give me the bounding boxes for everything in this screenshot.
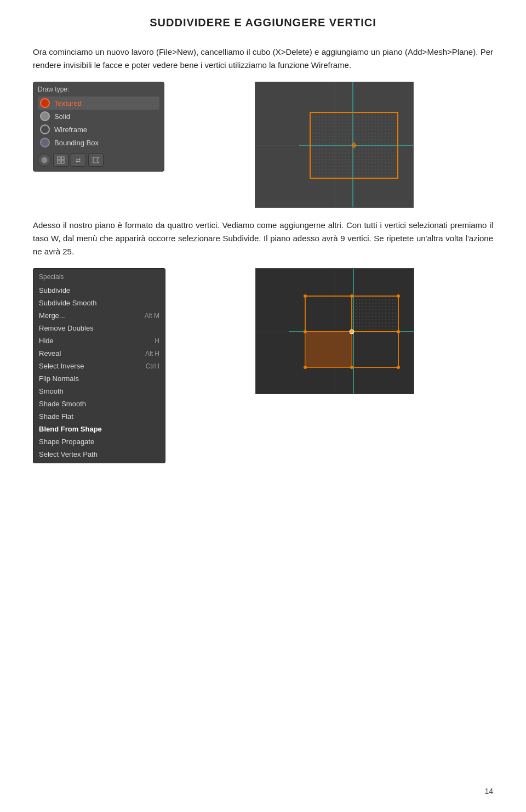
svg-point-35 [304, 366, 307, 369]
menu-item-hide[interactable]: HideH [33, 334, 165, 347]
menu-item-subdivide[interactable]: Subdivide [33, 284, 165, 297]
menu-item-label: Shade Smooth [39, 400, 86, 408]
page: SUDDIVIDERE E AGGIUNGERE VERTICI Ora com… [0, 0, 526, 812]
svg-point-34 [397, 330, 400, 333]
menu-item-shade-flat[interactable]: Shade Flat [33, 410, 165, 423]
menu-item-shortcut: H [155, 337, 159, 345]
menu-item-label: Remove Doubles [39, 324, 94, 332]
draw-type-title: Draw type: [38, 86, 159, 93]
page-number: 14 [484, 787, 493, 796]
viewport-svg-2 [256, 269, 414, 394]
toolbar-btn-flag[interactable] [88, 154, 104, 167]
blender-viewport-1 [255, 82, 414, 208]
specials-menu: Specials SubdivideSubdivide SmoothMerge.… [33, 268, 165, 463]
svg-rect-3 [58, 161, 60, 163]
svg-rect-1 [58, 157, 60, 160]
svg-rect-4 [61, 161, 64, 163]
menu-item-flip-normals[interactable]: Flip Normals [33, 372, 165, 385]
draw-type-bounding[interactable]: Bounding Box [38, 136, 159, 149]
bounding-label: Bounding Box [54, 139, 99, 147]
menu-item-shade-smooth[interactable]: Shade Smooth [33, 398, 165, 410]
svg-point-0 [41, 157, 48, 163]
svg-point-32 [397, 294, 400, 298]
menu-item-label: Shape Propagate [39, 438, 94, 446]
toolbar-btn-grid[interactable] [53, 154, 68, 167]
svg-point-33 [304, 330, 307, 333]
svg-point-36 [350, 366, 353, 369]
svg-point-29 [350, 330, 354, 334]
menu-item-select-vertex-path[interactable]: Select Vertex Path [33, 448, 165, 461]
page-title: SUDDIVIDERE E AGGIUNGERE VERTICI [33, 16, 493, 29]
svg-rect-28 [352, 296, 398, 332]
paragraph-1: Ora cominciamo un nuovo lavoro (File>New… [33, 46, 493, 72]
menu-item-label: Select Inverse [39, 362, 84, 370]
menu-item-shortcut: Alt M [145, 312, 159, 320]
menu-item-label: Merge... [39, 311, 65, 320]
viewport-column-1 [175, 82, 493, 208]
wireframe-label: Wireframe [54, 126, 87, 134]
svg-text:⇄: ⇄ [76, 157, 81, 163]
menu-item-blend-from-shape[interactable]: Blend From Shape [33, 423, 165, 435]
draw-type-column: Draw type: Textured Solid Wireframe [33, 82, 164, 172]
toolbar-btn-arrows[interactable]: ⇄ [71, 154, 86, 167]
menu-item-label: Select Vertex Path [39, 450, 98, 458]
menu-item-label: Smooth [39, 387, 64, 395]
wireframe-icon [40, 124, 50, 134]
viewport-column-2 [176, 268, 493, 394]
menu-item-label: Shade Flat [39, 412, 73, 421]
specials-menu-column: Specials SubdivideSubdivide SmoothMerge.… [33, 268, 165, 463]
menu-item-shape-propagate[interactable]: Shape Propagate [33, 435, 165, 448]
menu-item-label: Reveal [39, 349, 61, 357]
svg-rect-26 [305, 332, 352, 367]
svg-point-31 [350, 294, 353, 298]
viewport-svg-1 [255, 82, 414, 208]
paragraph-2: Adesso il nostro piano è formato da quat… [33, 219, 493, 258]
svg-point-30 [304, 294, 307, 298]
svg-rect-17 [310, 112, 398, 178]
first-section: Draw type: Textured Solid Wireframe [33, 82, 493, 208]
draw-type-textured[interactable]: Textured [38, 96, 159, 110]
menu-items-list: SubdivideSubdivide SmoothMerge...Alt MRe… [33, 284, 165, 461]
menu-item-select-inverse[interactable]: Select InverseCtrl I [33, 360, 165, 372]
menu-item-merge...[interactable]: Merge...Alt M [33, 309, 165, 322]
solid-icon [40, 111, 50, 121]
textured-icon [40, 98, 50, 108]
menu-item-label: Subdivide [39, 286, 70, 294]
textured-label: Textured [54, 99, 82, 107]
specials-title: Specials [33, 271, 165, 284]
menu-item-smooth[interactable]: Smooth [33, 385, 165, 398]
second-section: Specials SubdivideSubdivide SmoothMerge.… [33, 268, 493, 463]
svg-point-37 [397, 366, 400, 369]
menu-item-label: Blend From Shape [39, 425, 102, 433]
bounding-icon [40, 138, 50, 147]
menu-item-label: Hide [39, 337, 54, 345]
draw-type-panel: Draw type: Textured Solid Wireframe [33, 82, 164, 172]
draw-type-solid[interactable]: Solid [38, 110, 159, 123]
toolbar-btn-sphere[interactable] [38, 154, 51, 167]
menu-item-label: Subdivide Smooth [39, 299, 97, 307]
draw-type-toolbar: ⇄ [38, 154, 159, 167]
menu-item-shortcut: Ctrl I [146, 362, 159, 370]
svg-marker-6 [93, 157, 99, 163]
menu-item-shortcut: Alt H [145, 350, 159, 357]
solid-label: Solid [54, 112, 70, 121]
blender-viewport-2 [255, 268, 414, 394]
menu-item-reveal[interactable]: RevealAlt H [33, 347, 165, 360]
menu-item-label: Flip Normals [39, 374, 79, 383]
svg-rect-2 [61, 157, 64, 160]
menu-item-subdivide-smooth[interactable]: Subdivide Smooth [33, 297, 165, 309]
menu-item-remove-doubles[interactable]: Remove Doubles [33, 322, 165, 334]
draw-type-wireframe[interactable]: Wireframe [38, 123, 159, 136]
